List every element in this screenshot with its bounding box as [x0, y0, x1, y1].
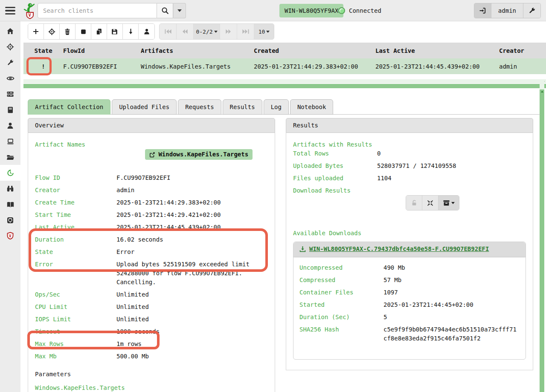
tab-artifact-collection[interactable]: Artifact Collection — [28, 99, 110, 115]
column-header-flowid[interactable]: FlowId — [60, 47, 138, 54]
prepare-download-button[interactable] — [422, 196, 439, 210]
copy-flow-button[interactable] — [91, 24, 107, 39]
tab-notebook[interactable]: Notebook — [290, 99, 333, 115]
svg-text:V: V — [29, 13, 31, 17]
field-value: 528037971 / 1274109558 — [377, 161, 526, 170]
vertical-scrollbar-track[interactable] — [540, 79, 544, 392]
sidebar-item-collected-artifacts[interactable] — [0, 165, 20, 181]
next-page-icon — [225, 29, 232, 34]
horizontal-scrollbar-track[interactable] — [23, 79, 546, 84]
sidebar-item-documentation[interactable] — [0, 196, 20, 212]
plus-icon — [32, 28, 39, 35]
tab-requests[interactable]: Requests — [178, 99, 221, 115]
sidebar-item-users[interactable] — [0, 118, 20, 133]
field-label: Max Rows — [35, 340, 116, 349]
archive-icon — [443, 200, 450, 206]
new-collection-button[interactable] — [28, 24, 44, 39]
sidebar-item-hunts[interactable] — [0, 39, 20, 55]
logout-button[interactable] — [474, 3, 491, 18]
sidebar-item-artifacts[interactable] — [0, 55, 20, 70]
chevron-down-icon — [214, 31, 218, 33]
overview-panel: Overview Artifact Names Windows.KapeFile… — [28, 118, 275, 392]
download-flow-button[interactable] — [123, 24, 139, 39]
sidebar-item-home[interactable] — [0, 23, 20, 39]
download-file-link[interactable]: WIN-WL80Q5YF9AX-C.79437dbfc4a50e58-F.CU9… — [299, 245, 489, 252]
field-label: Ops/Sec — [35, 290, 116, 299]
download-card: WIN-WL80Q5YF9AX-C.79437dbfc4a50e58-F.CU9… — [293, 242, 526, 360]
field-value: 57 Mb — [383, 276, 520, 285]
results-panel: Results Artifacts with Results Total Row… — [286, 118, 533, 370]
flows-table-header: State FlowId Artifacts Created Last Acti… — [23, 43, 546, 58]
last-page-icon — [242, 29, 250, 34]
search-input[interactable] — [38, 3, 157, 18]
page-range-dropdown[interactable]: 0-2/2 — [194, 24, 220, 39]
field-value: 2025-01-23T21:44:45.439+02:00 — [116, 223, 268, 232]
host-badge[interactable]: WIN-WL80Q5YF9AX — [279, 4, 343, 17]
server-stack-icon — [6, 90, 14, 98]
tab-log[interactable]: Log — [264, 99, 289, 115]
results-panel-title: Results — [286, 118, 533, 133]
field-value: 0 — [377, 149, 526, 158]
sidebar-item-server-dashboard[interactable] — [0, 86, 20, 102]
download-file-name: WIN-WL80Q5YF9AX-C.79437dbfc4a50e58-F.CU9… — [309, 245, 489, 252]
flow-table-row[interactable]: ! F.CU99O7EB92EFI Windows.KapeFiles.Targ… — [23, 58, 546, 74]
field-label: Timeout — [35, 327, 116, 336]
field-value: 1m rows — [116, 340, 268, 349]
field-label: Files uploaded — [293, 174, 377, 183]
save-collection-button[interactable] — [107, 24, 123, 39]
sidebar-item-notebooks[interactable] — [0, 102, 20, 118]
last-page-button[interactable] — [237, 24, 254, 39]
flow-created-cell: 2025-01-23T21:44:29.383+02:00 — [251, 63, 372, 70]
column-header-artifacts[interactable]: Artifacts — [138, 47, 251, 54]
field-label: Total Rows — [293, 149, 377, 158]
field-value: 490 Mb — [383, 263, 520, 272]
folder-open-icon — [6, 153, 15, 161]
sidebar-item-server-events[interactable] — [0, 70, 20, 86]
velociraptor-shield-icon: V — [6, 232, 14, 240]
search-options-dropdown[interactable] — [173, 3, 186, 18]
artifact-name-badge[interactable]: Windows.KapeFiles.Targets — [145, 149, 253, 160]
add-to-hunt-button[interactable] — [44, 24, 60, 39]
unlock-download-button[interactable] — [406, 196, 422, 210]
hamburger-menu-button[interactable] — [5, 4, 20, 17]
tab-results[interactable]: Results — [223, 99, 262, 115]
settings-wrench-button[interactable] — [523, 3, 540, 18]
column-header-created[interactable]: Created — [251, 47, 372, 54]
crosshair-icon — [48, 28, 55, 35]
prev-page-button[interactable] — [177, 24, 194, 39]
pane-resize-divider[interactable] — [23, 84, 546, 88]
user-menu-button[interactable]: admin — [491, 3, 523, 18]
sidebar-item-host-information[interactable] — [0, 133, 20, 149]
column-header-last-active[interactable]: Last Active — [372, 47, 496, 54]
lock-open-icon — [411, 199, 418, 206]
tab-uploaded-files[interactable]: Uploaded Files — [112, 99, 177, 115]
field-value: 1800 seconds — [116, 327, 268, 336]
field-value: 1097 — [383, 288, 520, 297]
sidebar-item-velociraptor-shield[interactable]: V — [0, 228, 20, 244]
search-button[interactable] — [157, 3, 173, 18]
sidebar-item-vfs[interactable] — [0, 149, 20, 165]
cancel-flow-button[interactable] — [76, 24, 91, 39]
vertical-scrollbar-thumb[interactable] — [540, 89, 544, 392]
archive-download-dropdown[interactable] — [439, 196, 459, 210]
delete-flow-button[interactable] — [60, 24, 76, 39]
external-link-icon — [149, 152, 155, 158]
page-size-dropdown[interactable]: 10 — [254, 24, 274, 39]
column-header-state[interactable]: State — [23, 47, 60, 54]
field-value: Unlimited — [116, 303, 268, 311]
field-label: Duration — [35, 235, 116, 244]
field-value: 500.00 Mb — [116, 352, 268, 361]
first-page-icon — [164, 29, 172, 34]
field-value: admin — [116, 186, 268, 195]
sidebar-item-github[interactable] — [0, 212, 20, 228]
trash-icon — [64, 28, 71, 35]
sidebar-item-client-events[interactable] — [0, 181, 20, 196]
field-value: Unlimited — [116, 315, 268, 324]
next-page-button[interactable] — [220, 24, 237, 39]
column-header-creator[interactable]: Creator — [496, 47, 546, 54]
field-label: Error — [35, 260, 116, 287]
sidebar: V — [0, 21, 20, 392]
first-page-button[interactable] — [160, 24, 177, 39]
flow-error-message: Upload bytes 525191509 exceeded limit 52… — [116, 260, 268, 287]
assigned-user-button[interactable] — [139, 24, 154, 39]
